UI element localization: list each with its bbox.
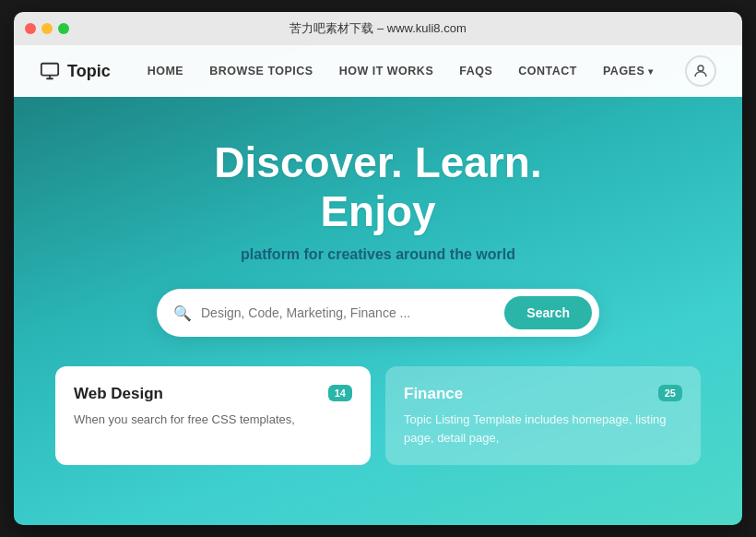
nav-home[interactable]: HOME (148, 65, 184, 78)
card-finance: Finance 25 Topic Listing Template includ… (385, 366, 701, 465)
card-header: Finance 25 (404, 385, 682, 403)
traffic-lights (25, 23, 69, 34)
card-title: Web Design (74, 385, 163, 403)
hero-title: Discover. Learn. Enjoy (214, 138, 541, 236)
logo-icon (40, 61, 60, 81)
svg-point-3 (698, 66, 703, 71)
browser-window: 苦力吧素材下载 – www.kuli8.com Topic HOME BROWS… (14, 12, 742, 525)
nav-faqs[interactable]: FAQS (459, 65, 492, 78)
logo[interactable]: Topic (40, 61, 111, 81)
card-description: When you search for free CSS templates, (74, 411, 352, 429)
close-button[interactable] (25, 23, 36, 34)
browser-titlebar: 苦力吧素材下载 – www.kuli8.com (14, 12, 742, 45)
search-bar: 🔍 Search (157, 289, 599, 337)
card-title: Finance (404, 385, 463, 403)
card-badge: 25 (658, 385, 682, 401)
search-icon: 🔍 (173, 304, 192, 322)
nav-pages[interactable]: PAGES ▾ (603, 65, 654, 78)
card-description: Topic Listing Template includes homepage… (404, 411, 682, 447)
nav-browse-topics[interactable]: BROWSE TOPICS (209, 65, 313, 78)
hero-subtitle: platform for creatives around the world (241, 246, 515, 263)
nav-how-it-works[interactable]: HOW IT WORKS (339, 65, 434, 78)
nav-contact[interactable]: CONTACT (518, 65, 577, 78)
site-content: Topic HOME BROWSE TOPICS HOW IT WORKS FA… (14, 45, 742, 525)
minimize-button[interactable] (41, 23, 53, 34)
logo-text: Topic (67, 62, 111, 81)
browser-title: 苦力吧素材下载 – www.kuli8.com (289, 20, 466, 37)
search-button[interactable]: Search (504, 296, 592, 329)
card-header: Web Design 14 (74, 385, 352, 403)
card-web-design: Web Design 14 When you search for free C… (55, 366, 371, 465)
maximize-button[interactable] (58, 23, 69, 34)
search-input[interactable] (201, 305, 504, 320)
nav-links: HOME BROWSE TOPICS HOW IT WORKS FAQS CON… (148, 65, 674, 78)
svg-rect-0 (41, 64, 58, 76)
chevron-down-icon: ▾ (648, 66, 654, 77)
user-icon[interactable] (685, 55, 716, 87)
hero-section: Discover. Learn. Enjoy platform for crea… (14, 97, 742, 525)
cards-row: Web Design 14 When you search for free C… (55, 366, 701, 465)
card-badge: 14 (328, 385, 352, 401)
navbar: Topic HOME BROWSE TOPICS HOW IT WORKS FA… (14, 45, 742, 97)
